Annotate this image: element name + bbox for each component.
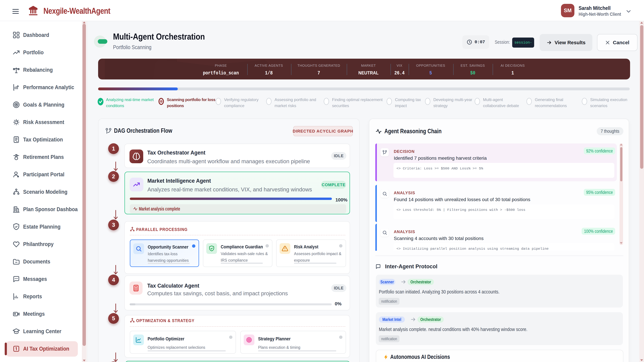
- svg-text:K: K: [18, 176, 18, 177]
